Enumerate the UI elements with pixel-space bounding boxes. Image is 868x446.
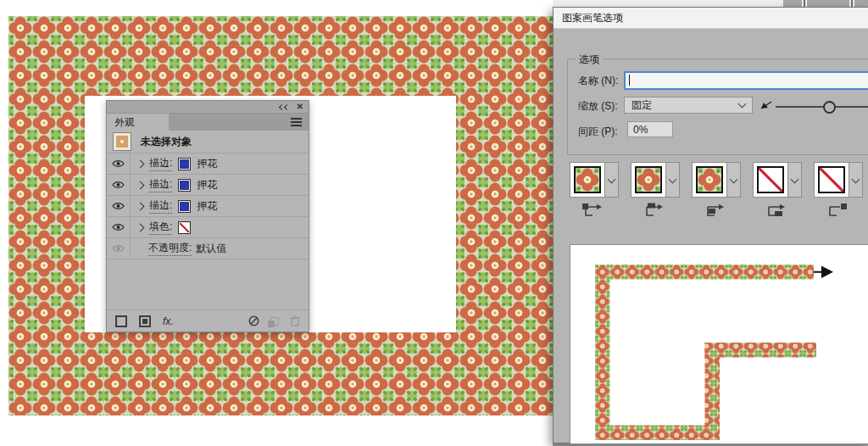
inner-corner-tile-icon (704, 201, 727, 221)
tile-dropdown-button[interactable] (849, 162, 863, 198)
background-tab (807, 0, 849, 7)
visibility-eye-icon[interactable] (107, 217, 131, 237)
spacing-label: 间距 (P): (578, 125, 618, 139)
scale-dropdown[interactable]: 固定 (624, 97, 753, 114)
no-selection-label: 未选择对象 (141, 135, 192, 149)
tile-dropdown-button[interactable] (788, 162, 802, 198)
appearance-list: 未选择对象 描边: 押花 描边: 押花 (107, 131, 309, 332)
brush-name: 押花 (197, 199, 217, 214)
duplicate-item-icon (270, 317, 279, 326)
end-tile-icon (826, 201, 849, 221)
visibility-eye-icon[interactable] (107, 153, 131, 174)
appearance-header-row: 未选择对象 (107, 131, 309, 153)
appearance-panel-titlebar: ✕ (107, 101, 309, 114)
visibility-eye-icon[interactable] (107, 196, 131, 216)
stroke-label[interactable]: 描边: (149, 156, 172, 171)
delete-item-icon (290, 315, 300, 326)
close-panel-icon[interactable]: ✕ (297, 103, 303, 111)
side-tile-icon (643, 201, 666, 221)
opacity-row[interactable]: 不透明度: 默认值 (107, 238, 309, 259)
expand-chevron-icon[interactable] (136, 159, 145, 168)
opacity-value: 默认值 (196, 242, 226, 256)
tile-dropdown-button[interactable] (727, 162, 741, 198)
scale-slider-icon (760, 98, 773, 110)
stroke-color-swatch[interactable] (178, 200, 191, 213)
scale-label: 缩放 (S): (578, 99, 618, 114)
tile-slot-outer-corner (570, 162, 619, 198)
path-direction-arrow-icon (814, 266, 833, 279)
tile-slot-inner-corner (692, 162, 741, 198)
appearance-panel-tabs: 外观 (107, 114, 309, 131)
tile-swatch-button[interactable] (631, 162, 666, 198)
name-input[interactable] (624, 71, 868, 90)
panel-menu-icon[interactable] (291, 121, 302, 123)
tile-swatch-button[interactable] (814, 162, 849, 198)
chevron-down-icon (791, 175, 799, 183)
tile-swatch-button[interactable] (692, 162, 727, 198)
visibility-eye-icon[interactable] (107, 175, 131, 195)
expand-chevron-icon[interactable] (136, 202, 145, 210)
stroke-row-3[interactable]: 描边: 押花 (107, 196, 309, 217)
dialog-titlebar[interactable]: 图案画笔选项 (554, 8, 868, 29)
stroke-color-swatch[interactable] (178, 158, 191, 170)
spacing-input-value: 0% (633, 124, 648, 136)
add-effect-button[interactable]: fx. (163, 315, 174, 327)
tile-dropdown-button[interactable] (666, 162, 680, 198)
chevron-down-icon (852, 175, 860, 183)
tile-dropdown-button[interactable] (605, 162, 619, 198)
expand-chevron-icon[interactable] (136, 181, 145, 189)
chevron-down-icon (669, 175, 677, 183)
chevron-down-icon (738, 100, 747, 109)
background-tab (854, 0, 868, 7)
scale-slider-knob[interactable] (823, 101, 836, 114)
background-tab-divider (804, 0, 805, 7)
stroke-label[interactable]: 描边: (149, 177, 172, 192)
tab-filler (169, 114, 291, 131)
scale-dropdown-value: 固定 (632, 98, 652, 113)
outer-corner-tile-icon (581, 201, 605, 221)
stroke-label[interactable]: 描边: (149, 198, 172, 214)
background-tab-divider (851, 0, 853, 7)
add-fill-icon[interactable] (139, 315, 151, 327)
stroke-color-swatch[interactable] (178, 179, 191, 192)
tile-slot-side (631, 162, 680, 198)
tile-swatch-button[interactable] (570, 162, 605, 198)
tile-swatch-button[interactable] (753, 162, 788, 198)
fill-label[interactable]: 填色: (149, 220, 172, 235)
pattern-brush-options-dialog: 图案画笔选项 选项 名称 (N): 缩放 (S): 固定 间距 (P): 0% (553, 7, 868, 443)
fill-row[interactable]: 填色: (107, 217, 309, 238)
expand-chevron-icon[interactable] (136, 223, 145, 231)
none-swatch (759, 168, 782, 192)
background-tab (783, 0, 802, 7)
chevron-down-icon (608, 175, 616, 183)
brush-name: 押花 (197, 157, 217, 171)
none-swatch (820, 168, 843, 192)
tile-slot-end (814, 162, 863, 198)
opacity-label[interactable]: 不透明度: (148, 241, 192, 256)
illustrator-workspace: ✕ 外观 未选择对象 描边: 押花 (0, 0, 868, 446)
brush-preview-path (570, 245, 868, 442)
tab-appearance[interactable]: 外观 (107, 114, 169, 131)
brush-name: 押花 (197, 178, 217, 192)
chevron-down-icon (730, 175, 738, 183)
panel-empty-area (107, 259, 309, 309)
name-label: 名称 (N): (578, 74, 618, 88)
tab-appearance-label: 外观 (114, 115, 135, 130)
start-tile-icon (765, 201, 788, 221)
brush-preview-pane (570, 244, 868, 444)
add-stroke-icon[interactable] (115, 315, 127, 327)
text-caret (629, 75, 630, 86)
clear-appearance-icon[interactable] (248, 315, 259, 326)
appearance-panel: ✕ 外观 未选择对象 描边: 押花 (106, 100, 309, 332)
stroke-row-2[interactable]: 描边: 押花 (107, 175, 309, 196)
visibility-eye-icon-disabled (107, 238, 131, 259)
appearance-toolbar: fx. (107, 309, 309, 332)
fill-none-swatch[interactable] (178, 221, 191, 234)
spacing-input[interactable]: 0% (627, 121, 673, 137)
collapse-panel-icon[interactable] (280, 105, 289, 109)
stroke-row-1[interactable]: 描边: 押花 (107, 153, 309, 175)
scale-slider-track[interactable] (776, 106, 868, 108)
selection-thumbnail (113, 132, 131, 151)
options-group-legend: 选项 (576, 53, 603, 67)
tile-slot-start (753, 162, 802, 198)
